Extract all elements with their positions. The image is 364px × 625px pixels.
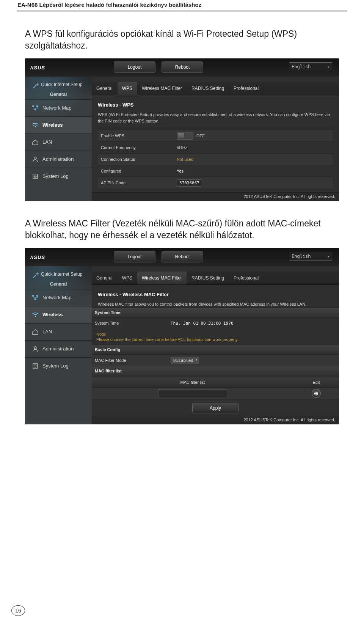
value-frequency: 5GHz: [177, 145, 187, 150]
mac-list-row: ⊕: [92, 387, 339, 399]
sidebar-item-wireless[interactable]: Wireless: [25, 116, 92, 133]
section-basic-config: Basic Config: [92, 345, 339, 354]
sidebar-item-network-map[interactable]: Network Map: [25, 99, 92, 116]
sidebar-label-system-log: System Log: [42, 173, 69, 179]
tab-professional-2[interactable]: Professional: [229, 272, 264, 284]
tab-mac-filter-2[interactable]: Wireless MAC Filter: [137, 272, 187, 284]
screenshot-mac-filter: /ISUS Logout Reboot English ▾ Quick Inte…: [25, 248, 339, 424]
svg-rect-3: [36, 105, 38, 107]
value-system-time: Thu, Jan 01 00:31:00 1970: [171, 321, 234, 326]
sidebar-label-network-map: Network Map: [42, 105, 72, 111]
house-icon: [32, 329, 39, 335]
label-system-time: System Time: [92, 321, 171, 325]
main-panel-wps: General WPS Wireless MAC Filter RADIUS S…: [92, 77, 339, 201]
quick-setup-label: Quick Internet Setup: [41, 82, 82, 87]
label-configured: Configured: [98, 169, 177, 173]
svg-point-6: [34, 157, 36, 159]
sidebar-item-lan-2[interactable]: LAN: [25, 323, 92, 340]
mac-list-col-filter: MAC filter list: [92, 380, 293, 385]
toggle-enable-wps[interactable]: [177, 132, 193, 140]
router-top-bar-2: /ISUS Logout Reboot English ▾: [25, 248, 339, 266]
chevron-down-icon: ▾: [327, 254, 329, 259]
page-number-value: 16: [15, 608, 21, 614]
tab-general[interactable]: General: [92, 82, 118, 95]
add-mac-button[interactable]: ⊕: [312, 389, 321, 398]
value-enable-wps: OFF: [196, 133, 205, 138]
mac-address-input[interactable]: [158, 389, 227, 397]
note-block: Note: Please choose the correct time zon…: [92, 329, 339, 345]
svg-point-14: [34, 347, 36, 349]
note-text: Please choose the correct time zone befo…: [96, 337, 334, 342]
label-enable-wps: Enable WPS: [98, 133, 177, 138]
label-frequency: Current Frequency: [98, 145, 177, 150]
panel-desc-wps: WPS (Wi-Fi Protected Setup) provides eas…: [98, 111, 333, 124]
language-value: English: [292, 64, 311, 69]
sidebar-item-lan[interactable]: LAN: [25, 133, 92, 151]
wifi-icon: [32, 312, 39, 318]
tab-radius-2[interactable]: RADIUS Setting: [187, 272, 229, 284]
value-connection-status: Not used: [177, 157, 193, 162]
house-icon: [32, 139, 39, 145]
apply-button[interactable]: Apply: [192, 403, 238, 413]
reboot-button-2[interactable]: Reboot: [162, 251, 203, 262]
network-map-icon: [32, 105, 39, 111]
row-enable-wps: Enable WPS OFF: [98, 130, 333, 141]
tab-professional[interactable]: Professional: [229, 82, 264, 95]
svg-rect-10: [32, 295, 34, 297]
sidebar-2: Quick Internet Setup General Network Map…: [25, 266, 92, 424]
language-select[interactable]: English ▾: [289, 62, 332, 71]
row-connection-status: Connection Status Not used: [98, 153, 333, 165]
panel-title-mac: Wireless - Wireless MAC Filter: [98, 292, 333, 297]
logout-label: Logout: [128, 64, 142, 70]
row-configured: Configured Yes: [98, 165, 333, 177]
row-current-frequency: Current Frequency 5GHz: [98, 141, 333, 153]
network-map-icon: [32, 295, 39, 301]
sidebar-item-administration-2[interactable]: Administration: [25, 340, 92, 357]
panel-desc-mac: Wireless MAC filter allows you to contro…: [98, 301, 333, 308]
footer-copyright-2: 2012 ASUSTeK Computer Inc. All rights re…: [92, 416, 339, 424]
wifi-icon: [32, 122, 39, 128]
svg-text:/ISUS: /ISUS: [30, 254, 45, 260]
sidebar-label-wireless: Wireless: [42, 122, 63, 128]
sidebar-item-system-log-2[interactable]: System Log: [25, 357, 92, 374]
note-label: Note:: [96, 332, 334, 336]
tab-general-2[interactable]: General: [92, 272, 118, 284]
log-icon: [32, 173, 39, 179]
router-top-bar: /ISUS Logout Reboot English ▾: [25, 58, 339, 77]
sidebar-item-network-map-2[interactable]: Network Map: [25, 289, 92, 306]
logout-button[interactable]: Logout: [114, 61, 155, 73]
svg-text:/ISUS: /ISUS: [30, 65, 45, 71]
document-header: EA-N66 Lépésről lépésre haladó felhaszná…: [17, 2, 201, 8]
page-number: 16: [11, 605, 25, 616]
mac-list-col-edit: Edit: [293, 380, 339, 385]
user-icon: [32, 346, 39, 352]
tabs-2: General WPS Wireless MAC Filter RADIUS S…: [92, 272, 339, 285]
wand-icon: [33, 272, 39, 278]
quick-internet-setup[interactable]: Quick Internet Setup: [33, 82, 88, 88]
section-system-time: System Time: [92, 308, 339, 317]
value-configured: Yes: [177, 169, 184, 173]
sidebar-item-wireless-2[interactable]: Wireless: [25, 306, 92, 323]
tab-mac-filter[interactable]: Wireless MAC Filter: [137, 82, 187, 95]
quick-internet-setup-2[interactable]: Quick Internet Setup: [33, 272, 88, 278]
tab-wps[interactable]: WPS: [118, 82, 137, 95]
svg-point-13: [35, 316, 36, 317]
reboot-button[interactable]: Reboot: [162, 61, 203, 73]
tab-wps-2[interactable]: WPS: [118, 272, 137, 284]
reboot-label: Reboot: [175, 64, 190, 70]
label-ap-pin: AP PIN Code: [98, 181, 177, 185]
svg-point-9: [37, 273, 38, 275]
mac-filter-mode-select[interactable]: Disabled: [171, 357, 199, 364]
row-system-time: System Time Thu, Jan 01 00:31:00 1970: [92, 317, 339, 329]
language-select-2[interactable]: English ▾: [289, 252, 332, 261]
tabs: General WPS Wireless MAC Filter RADIUS S…: [92, 82, 339, 95]
svg-point-1: [37, 84, 38, 85]
sidebar-item-system-log[interactable]: System Log: [25, 168, 92, 185]
asus-logo: /ISUS: [30, 64, 56, 71]
tab-radius[interactable]: RADIUS Setting: [187, 82, 229, 95]
paragraph-mac-filter: A Wireless MAC Filter (Vezeték nélküli M…: [17, 218, 347, 241]
value-ap-pin: 37036867: [177, 179, 202, 187]
logout-button-2[interactable]: Logout: [114, 251, 155, 262]
sidebar: Quick Internet Setup General Network Map…: [25, 77, 92, 201]
sidebar-item-administration[interactable]: Administration: [25, 151, 92, 168]
